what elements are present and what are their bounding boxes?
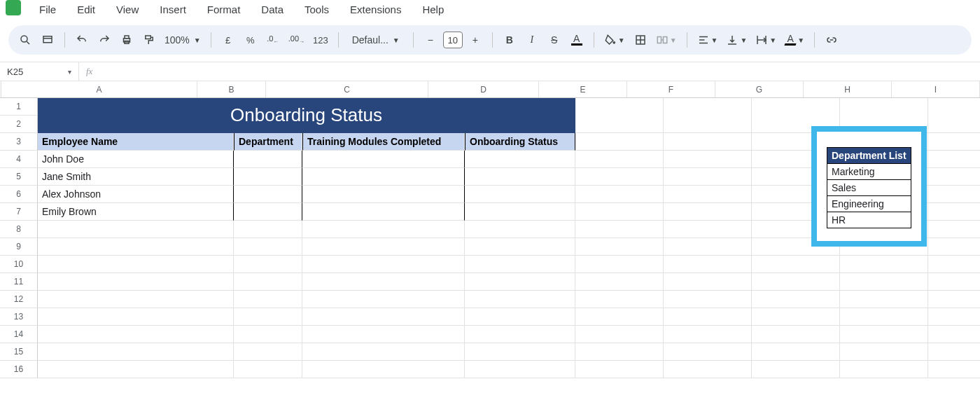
menu-help[interactable]: Help [418, 1, 448, 18]
redo-icon[interactable] [94, 30, 114, 50]
cell[interactable] [664, 326, 752, 343]
cell[interactable] [752, 291, 840, 308]
cell[interactable] [465, 186, 575, 203]
row-header[interactable]: 14 [0, 326, 38, 343]
row-header[interactable]: 5 [0, 168, 38, 186]
cell[interactable] [234, 361, 302, 378]
cell[interactable] [234, 326, 302, 343]
cell[interactable] [234, 186, 302, 203]
cell[interactable] [234, 203, 302, 221]
number-format-button[interactable]: 123 [310, 30, 331, 50]
paint-format-icon[interactable] [139, 30, 159, 50]
row-header[interactable]: 1 [0, 98, 38, 116]
name-box[interactable]: K25 ▾ [0, 67, 78, 77]
cell[interactable] [928, 203, 980, 221]
cell[interactable] [234, 256, 302, 273]
cell[interactable] [234, 291, 302, 308]
cell[interactable] [840, 273, 928, 291]
cell[interactable] [465, 343, 575, 361]
cell[interactable] [575, 273, 664, 291]
header-training-modules[interactable]: Training Modules Completed [302, 133, 465, 151]
cell[interactable] [840, 361, 928, 378]
cell[interactable] [465, 238, 575, 256]
cell[interactable] [840, 343, 928, 361]
cell[interactable] [575, 221, 664, 238]
department-row[interactable]: Engineering [827, 196, 911, 212]
col-header-E[interactable]: E [539, 81, 627, 97]
cell[interactable] [302, 203, 465, 221]
header-onboarding-status[interactable]: Onboarding Status [465, 133, 575, 151]
horizontal-align-button[interactable]: ▼ [694, 30, 721, 50]
row-header[interactable]: 11 [0, 273, 38, 291]
menu-view[interactable]: View [112, 1, 143, 18]
cell[interactable] [664, 273, 752, 291]
title-cell[interactable]: Onboarding Status [38, 98, 575, 133]
cell[interactable] [664, 291, 752, 308]
percent-button[interactable]: % [241, 30, 260, 50]
borders-button[interactable] [631, 30, 650, 50]
cell[interactable] [664, 168, 752, 186]
cell[interactable] [575, 256, 664, 273]
cell[interactable] [38, 326, 234, 343]
col-header-F[interactable]: F [627, 81, 715, 97]
italic-button[interactable]: I [522, 30, 542, 50]
cell[interactable] [928, 221, 980, 238]
cell[interactable] [234, 168, 302, 186]
department-list-header[interactable]: Department List [827, 148, 911, 164]
cell[interactable] [752, 326, 840, 343]
cell[interactable] [38, 308, 234, 326]
cell[interactable] [575, 308, 664, 326]
cell[interactable] [575, 326, 664, 343]
cell[interactable] [928, 308, 980, 326]
cell[interactable] [664, 238, 752, 256]
row-header[interactable]: 7 [0, 203, 38, 221]
cell[interactable] [302, 273, 465, 291]
menu-data[interactable]: Data [257, 1, 288, 18]
formula-input[interactable] [99, 62, 980, 81]
department-row[interactable]: Marketing [827, 164, 911, 180]
fill-color-button[interactable]: ▼ [601, 30, 628, 50]
cell[interactable] [664, 203, 752, 221]
cell[interactable] [575, 343, 664, 361]
insert-link-icon[interactable] [822, 30, 841, 50]
cell[interactable] [928, 273, 980, 291]
cell[interactable] [575, 168, 664, 186]
cell[interactable] [234, 343, 302, 361]
header-department[interactable]: Department [234, 133, 302, 151]
cell[interactable] [575, 238, 664, 256]
cell[interactable] [664, 256, 752, 273]
cell[interactable] [302, 256, 465, 273]
font-select[interactable]: Defaul... ▼ [346, 30, 406, 50]
cell[interactable] [234, 221, 302, 238]
cell[interactable] [465, 168, 575, 186]
cell[interactable] [664, 186, 752, 203]
cell[interactable] [302, 308, 465, 326]
bold-button[interactable]: B [500, 30, 519, 50]
cell[interactable] [664, 221, 752, 238]
decrease-font-size-button[interactable]: − [421, 30, 440, 50]
cell[interactable] [465, 273, 575, 291]
cell[interactable] [664, 151, 752, 168]
font-size-input[interactable]: 10 [443, 32, 463, 48]
cell[interactable] [664, 98, 752, 133]
cell-employee[interactable]: Emily Brown [38, 203, 234, 221]
cell[interactable] [575, 186, 664, 203]
cell[interactable] [38, 361, 234, 378]
text-rotation-button[interactable]: A ▼ [782, 30, 807, 50]
col-header-G[interactable]: G [715, 81, 804, 97]
cell[interactable] [465, 326, 575, 343]
cell[interactable] [302, 168, 465, 186]
cell[interactable] [928, 238, 980, 256]
cell[interactable] [928, 151, 980, 168]
col-header-H[interactable]: H [804, 81, 892, 97]
menu-tools[interactable]: Tools [300, 1, 333, 18]
cell[interactable] [575, 98, 664, 133]
cell[interactable] [465, 221, 575, 238]
row-header[interactable]: 12 [0, 291, 38, 308]
cell[interactable] [38, 343, 234, 361]
print-icon[interactable] [117, 30, 136, 50]
cell[interactable] [38, 291, 234, 308]
cell[interactable] [752, 256, 840, 273]
cell[interactable] [664, 361, 752, 378]
cell[interactable] [234, 273, 302, 291]
